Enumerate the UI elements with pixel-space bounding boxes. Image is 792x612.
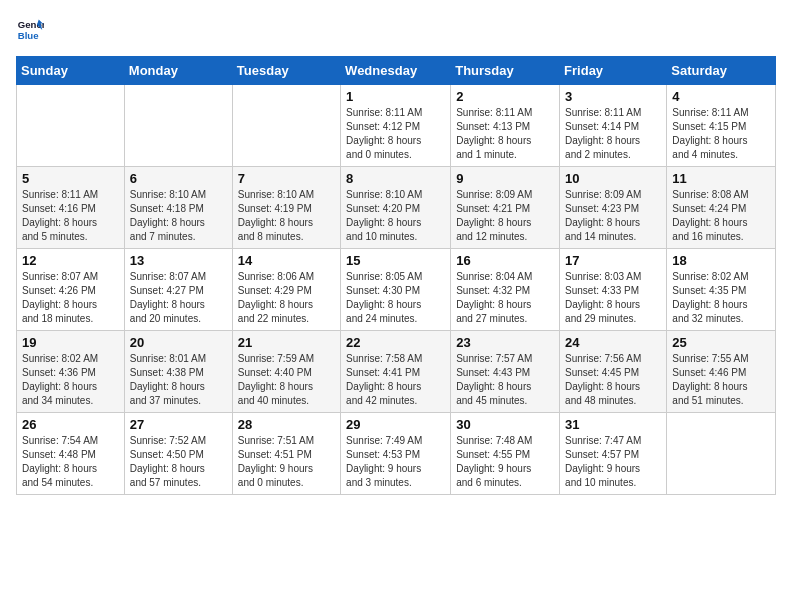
calendar-cell-w2-d2: 14Sunrise: 8:06 AM Sunset: 4:29 PM Dayli… — [232, 249, 340, 331]
calendar-cell-w0-d6: 4Sunrise: 8:11 AM Sunset: 4:15 PM Daylig… — [667, 85, 776, 167]
day-info: Sunrise: 8:10 AM Sunset: 4:20 PM Dayligh… — [346, 188, 445, 244]
calendar-cell-w1-d0: 5Sunrise: 8:11 AM Sunset: 4:16 PM Daylig… — [17, 167, 125, 249]
day-number: 5 — [22, 171, 119, 186]
day-number: 20 — [130, 335, 227, 350]
calendar-cell-w2-d4: 16Sunrise: 8:04 AM Sunset: 4:32 PM Dayli… — [451, 249, 560, 331]
day-number: 4 — [672, 89, 770, 104]
day-number: 22 — [346, 335, 445, 350]
calendar-cell-w2-d5: 17Sunrise: 8:03 AM Sunset: 4:33 PM Dayli… — [560, 249, 667, 331]
day-info: Sunrise: 8:08 AM Sunset: 4:24 PM Dayligh… — [672, 188, 770, 244]
calendar-cell-w1-d6: 11Sunrise: 8:08 AM Sunset: 4:24 PM Dayli… — [667, 167, 776, 249]
calendar-cell-w4-d6 — [667, 413, 776, 495]
day-number: 30 — [456, 417, 554, 432]
day-info: Sunrise: 8:09 AM Sunset: 4:23 PM Dayligh… — [565, 188, 661, 244]
day-number: 3 — [565, 89, 661, 104]
day-info: Sunrise: 7:56 AM Sunset: 4:45 PM Dayligh… — [565, 352, 661, 408]
calendar-cell-w1-d5: 10Sunrise: 8:09 AM Sunset: 4:23 PM Dayli… — [560, 167, 667, 249]
weekday-header-sunday: Sunday — [17, 57, 125, 85]
day-number: 31 — [565, 417, 661, 432]
calendar-cell-w3-d4: 23Sunrise: 7:57 AM Sunset: 4:43 PM Dayli… — [451, 331, 560, 413]
calendar-cell-w3-d0: 19Sunrise: 8:02 AM Sunset: 4:36 PM Dayli… — [17, 331, 125, 413]
day-info: Sunrise: 8:09 AM Sunset: 4:21 PM Dayligh… — [456, 188, 554, 244]
day-info: Sunrise: 8:11 AM Sunset: 4:13 PM Dayligh… — [456, 106, 554, 162]
day-info: Sunrise: 8:03 AM Sunset: 4:33 PM Dayligh… — [565, 270, 661, 326]
weekday-header-tuesday: Tuesday — [232, 57, 340, 85]
calendar-cell-w1-d3: 8Sunrise: 8:10 AM Sunset: 4:20 PM Daylig… — [341, 167, 451, 249]
day-info: Sunrise: 8:06 AM Sunset: 4:29 PM Dayligh… — [238, 270, 335, 326]
calendar-cell-w0-d2 — [232, 85, 340, 167]
day-number: 1 — [346, 89, 445, 104]
day-number: 11 — [672, 171, 770, 186]
day-info: Sunrise: 7:55 AM Sunset: 4:46 PM Dayligh… — [672, 352, 770, 408]
weekday-header-friday: Friday — [560, 57, 667, 85]
day-number: 8 — [346, 171, 445, 186]
day-info: Sunrise: 7:49 AM Sunset: 4:53 PM Dayligh… — [346, 434, 445, 490]
day-number: 12 — [22, 253, 119, 268]
day-number: 19 — [22, 335, 119, 350]
calendar-cell-w2-d1: 13Sunrise: 8:07 AM Sunset: 4:27 PM Dayli… — [124, 249, 232, 331]
calendar-cell-w0-d0 — [17, 85, 125, 167]
day-info: Sunrise: 7:52 AM Sunset: 4:50 PM Dayligh… — [130, 434, 227, 490]
calendar-table: SundayMondayTuesdayWednesdayThursdayFrid… — [16, 56, 776, 495]
day-info: Sunrise: 8:11 AM Sunset: 4:16 PM Dayligh… — [22, 188, 119, 244]
day-number: 2 — [456, 89, 554, 104]
day-number: 24 — [565, 335, 661, 350]
day-number: 13 — [130, 253, 227, 268]
day-info: Sunrise: 8:11 AM Sunset: 4:15 PM Dayligh… — [672, 106, 770, 162]
day-number: 28 — [238, 417, 335, 432]
calendar-cell-w3-d6: 25Sunrise: 7:55 AM Sunset: 4:46 PM Dayli… — [667, 331, 776, 413]
day-info: Sunrise: 8:07 AM Sunset: 4:27 PM Dayligh… — [130, 270, 227, 326]
svg-text:Blue: Blue — [18, 30, 39, 41]
weekday-header-monday: Monday — [124, 57, 232, 85]
day-number: 16 — [456, 253, 554, 268]
day-number: 7 — [238, 171, 335, 186]
day-number: 25 — [672, 335, 770, 350]
calendar-cell-w3-d2: 21Sunrise: 7:59 AM Sunset: 4:40 PM Dayli… — [232, 331, 340, 413]
day-number: 18 — [672, 253, 770, 268]
day-info: Sunrise: 8:10 AM Sunset: 4:19 PM Dayligh… — [238, 188, 335, 244]
day-info: Sunrise: 7:57 AM Sunset: 4:43 PM Dayligh… — [456, 352, 554, 408]
day-info: Sunrise: 8:05 AM Sunset: 4:30 PM Dayligh… — [346, 270, 445, 326]
day-number: 15 — [346, 253, 445, 268]
calendar-cell-w0-d5: 3Sunrise: 8:11 AM Sunset: 4:14 PM Daylig… — [560, 85, 667, 167]
day-info: Sunrise: 7:54 AM Sunset: 4:48 PM Dayligh… — [22, 434, 119, 490]
day-info: Sunrise: 8:01 AM Sunset: 4:38 PM Dayligh… — [130, 352, 227, 408]
calendar-cell-w2-d3: 15Sunrise: 8:05 AM Sunset: 4:30 PM Dayli… — [341, 249, 451, 331]
day-number: 14 — [238, 253, 335, 268]
weekday-header-thursday: Thursday — [451, 57, 560, 85]
calendar-cell-w2-d6: 18Sunrise: 8:02 AM Sunset: 4:35 PM Dayli… — [667, 249, 776, 331]
calendar-cell-w0-d1 — [124, 85, 232, 167]
weekday-header-wednesday: Wednesday — [341, 57, 451, 85]
calendar-cell-w3-d3: 22Sunrise: 7:58 AM Sunset: 4:41 PM Dayli… — [341, 331, 451, 413]
day-number: 10 — [565, 171, 661, 186]
day-number: 6 — [130, 171, 227, 186]
calendar-cell-w1-d1: 6Sunrise: 8:10 AM Sunset: 4:18 PM Daylig… — [124, 167, 232, 249]
day-info: Sunrise: 8:07 AM Sunset: 4:26 PM Dayligh… — [22, 270, 119, 326]
day-number: 29 — [346, 417, 445, 432]
day-number: 17 — [565, 253, 661, 268]
calendar-cell-w1-d4: 9Sunrise: 8:09 AM Sunset: 4:21 PM Daylig… — [451, 167, 560, 249]
day-info: Sunrise: 8:04 AM Sunset: 4:32 PM Dayligh… — [456, 270, 554, 326]
calendar-cell-w0-d4: 2Sunrise: 8:11 AM Sunset: 4:13 PM Daylig… — [451, 85, 560, 167]
calendar-cell-w4-d3: 29Sunrise: 7:49 AM Sunset: 4:53 PM Dayli… — [341, 413, 451, 495]
calendar-cell-w2-d0: 12Sunrise: 8:07 AM Sunset: 4:26 PM Dayli… — [17, 249, 125, 331]
day-info: Sunrise: 8:11 AM Sunset: 4:14 PM Dayligh… — [565, 106, 661, 162]
day-info: Sunrise: 7:59 AM Sunset: 4:40 PM Dayligh… — [238, 352, 335, 408]
calendar-cell-w4-d2: 28Sunrise: 7:51 AM Sunset: 4:51 PM Dayli… — [232, 413, 340, 495]
weekday-header-saturday: Saturday — [667, 57, 776, 85]
day-info: Sunrise: 8:11 AM Sunset: 4:12 PM Dayligh… — [346, 106, 445, 162]
day-info: Sunrise: 7:51 AM Sunset: 4:51 PM Dayligh… — [238, 434, 335, 490]
day-number: 27 — [130, 417, 227, 432]
calendar-cell-w4-d0: 26Sunrise: 7:54 AM Sunset: 4:48 PM Dayli… — [17, 413, 125, 495]
day-number: 26 — [22, 417, 119, 432]
logo-icon: General Blue — [16, 16, 44, 44]
day-info: Sunrise: 8:10 AM Sunset: 4:18 PM Dayligh… — [130, 188, 227, 244]
day-info: Sunrise: 8:02 AM Sunset: 4:36 PM Dayligh… — [22, 352, 119, 408]
logo: General Blue — [16, 16, 48, 44]
calendar-cell-w1-d2: 7Sunrise: 8:10 AM Sunset: 4:19 PM Daylig… — [232, 167, 340, 249]
calendar-cell-w0-d3: 1Sunrise: 8:11 AM Sunset: 4:12 PM Daylig… — [341, 85, 451, 167]
day-number: 21 — [238, 335, 335, 350]
day-info: Sunrise: 7:48 AM Sunset: 4:55 PM Dayligh… — [456, 434, 554, 490]
calendar-cell-w4-d5: 31Sunrise: 7:47 AM Sunset: 4:57 PM Dayli… — [560, 413, 667, 495]
day-info: Sunrise: 8:02 AM Sunset: 4:35 PM Dayligh… — [672, 270, 770, 326]
